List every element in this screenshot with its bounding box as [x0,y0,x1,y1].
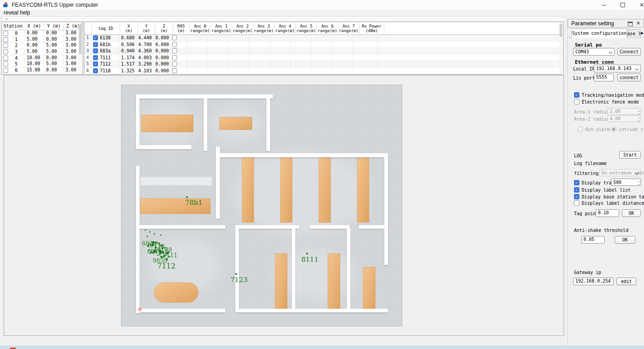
tag-id-cell: ✓683a [91,48,119,54]
display-track-checkbox[interactable]: ✓ Display track [574,180,617,185]
dock-close-icon[interactable]: ✕ [636,20,640,26]
tag-checkbox-checked[interactable]: ✓ [93,48,98,53]
tag-x-cell: 0.940 [119,48,136,54]
station-row[interactable]: 35.005.003.00 [2,49,83,55]
anti-shake-ok-button[interactable]: OK [615,236,635,244]
tag-row[interactable]: 5✓71121.5173.2900.000 [84,61,563,68]
toolbar-grip-icon[interactable] [6,18,8,20]
close-button[interactable]: ✕ [632,0,644,10]
station-row[interactable]: 715.005.003.00 [2,74,83,75]
station-checkbox[interactable] [3,37,8,42]
minimize-button[interactable] [594,0,613,10]
tag-checkbox-checked[interactable]: ✓ [93,55,98,60]
anc-range-cell [312,48,332,54]
area1-spinbox[interactable]: 2.00▴▾ [607,108,641,115]
tag-point-input[interactable]: 0.10 [596,209,619,217]
r95-checkbox[interactable] [172,55,177,60]
anc-range-cell [187,48,208,54]
chevron-down-icon [609,50,612,54]
anc-range-cell [270,55,291,61]
display-calibration-checkbox[interactable]: Displays label distance calibr [574,200,644,206]
gateway-ip-input[interactable]: 192.168.0.254 [573,278,614,285]
station-checkbox[interactable] [3,43,8,48]
local-ip-select[interactable]: 192.168.0.143 [594,65,641,72]
menu-item-help[interactable]: help [20,9,30,16]
dock-float-icon[interactable] [628,22,633,26]
intrude-radio[interactable]: intrude c [611,127,643,132]
station-row[interactable]: 615.000.003.00 [2,67,83,74]
station-row[interactable]: 20.005.003.00 [2,42,83,49]
display-track-spinbox[interactable]: 500▴▾ [611,179,641,186]
station-checkbox[interactable] [3,68,8,73]
station-id: 2 [8,43,24,48]
serial-connect-button[interactable]: Connect [617,48,641,56]
anti-shake-input[interactable]: 0.05 [581,236,605,244]
station-row[interactable]: 15.000.003.00 [2,37,83,43]
spinner-arrows-icon[interactable]: ▴▾ [638,116,639,123]
station-row[interactable]: 00.000.003.00 [2,30,83,37]
tag-table-body: 1✓61380.6804.4400.0002✓681b0.5064.7000.0… [84,35,563,74]
taskbar[interactable] [0,346,644,349]
tag-row[interactable]: 3✓683a0.9404.3600.000 [84,48,563,55]
tag-checkbox-checked[interactable]: ✓ [93,35,98,40]
tab-system-configuration[interactable]: System configuration [571,28,627,38]
tag-checkbox-checked[interactable]: ✓ [93,61,98,66]
tab-scroll-right-icon[interactable]: ▶ [641,30,644,35]
station-id: 7 [8,74,24,75]
log-start-button[interactable]: Start [619,151,641,159]
r95-checkbox[interactable] [172,61,177,66]
station-checkbox[interactable] [3,56,8,61]
tab-base-station[interactable]: Base ls [627,29,641,38]
r95-checkbox[interactable] [172,35,177,40]
ethernet-connect-button[interactable]: connect [617,74,641,81]
anc-range-cell [208,35,229,41]
anc-range-cell [291,55,312,61]
floorplan-map[interactable]: 683a7118681b613871119859 78b171238111711… [121,85,402,326]
tag-x-cell: 1.517 [119,61,136,67]
tag-checkbox-checked[interactable]: ✓ [93,42,98,47]
display-base-table-checkbox[interactable]: ✓ Display base station table [574,194,644,199]
anc-range-cell [291,68,312,74]
station-checkbox[interactable] [3,61,8,66]
menu-item-reveal[interactable]: reveal [4,9,19,16]
tag-col-header: Anc 2range(m) [232,22,253,34]
spinner-arrows-icon[interactable]: ▴▾ [638,109,639,115]
tag-checkbox-checked[interactable]: ✓ [93,68,98,73]
r95-checkbox[interactable] [172,48,177,53]
station-table-scrollbar[interactable] [79,23,82,74]
anc-range-cell [270,61,291,67]
row-number: 4 [84,55,91,61]
station-cell: 0.00 [44,37,64,42]
fence-mode-checkbox[interactable]: Electronic fence mode [574,99,639,104]
anc-range-cell [332,35,353,41]
spinner-arrows-icon[interactable]: ▴▾ [638,179,639,186]
station-row[interactable]: 510.005.003.00 [2,61,83,67]
out-alarm-radio[interactable]: Out-alarm [578,127,610,132]
tag-row[interactable]: 2✓681b0.5064.7000.000 [84,42,563,48]
tag-row[interactable]: 1✓61380.6804.4400.000 [84,35,563,42]
tracking-mode-checkbox[interactable]: ✓ Tracking/navigation mode [574,92,644,98]
tag-y-cell: 4.360 [136,48,154,54]
tag-col-header: Anc 4range(m) [275,22,296,34]
r95-checkbox[interactable] [172,42,177,47]
station-id-cell: 3 [2,49,25,55]
tag-point-ok-button[interactable]: OK [622,209,641,217]
display-label-list-checkbox[interactable]: ✓ Display label list [574,187,630,193]
serial-port-select[interactable]: COM43 [573,48,615,56]
r95-checkbox[interactable] [172,68,177,73]
station-row[interactable]: 410.000.003.00 [2,55,83,61]
lis-port-input[interactable]: 5555 [594,74,614,81]
filtering-select[interactable]: De-extremum smoo [599,169,641,176]
station-checkbox[interactable] [3,74,8,75]
gateway-edit-button[interactable]: edit [616,278,636,285]
map-panel: 683a7118681b613871119859 78b171238111711… [4,75,564,336]
area2-spinbox[interactable]: 4.00▴▾ [607,115,641,122]
tag-table-scrollbar[interactable] [559,23,563,74]
tag-row[interactable]: 6✓71181.3254.1030.000 [84,68,563,75]
menubar: reveal help [0,10,644,16]
station-checkbox[interactable] [3,49,8,54]
tag-row[interactable]: 4✓71111.1744.0030.000 [84,55,563,61]
restore-button[interactable] [613,0,632,10]
tag-col-header: Anc 3range(m) [253,22,275,34]
station-checkbox[interactable] [3,31,8,36]
